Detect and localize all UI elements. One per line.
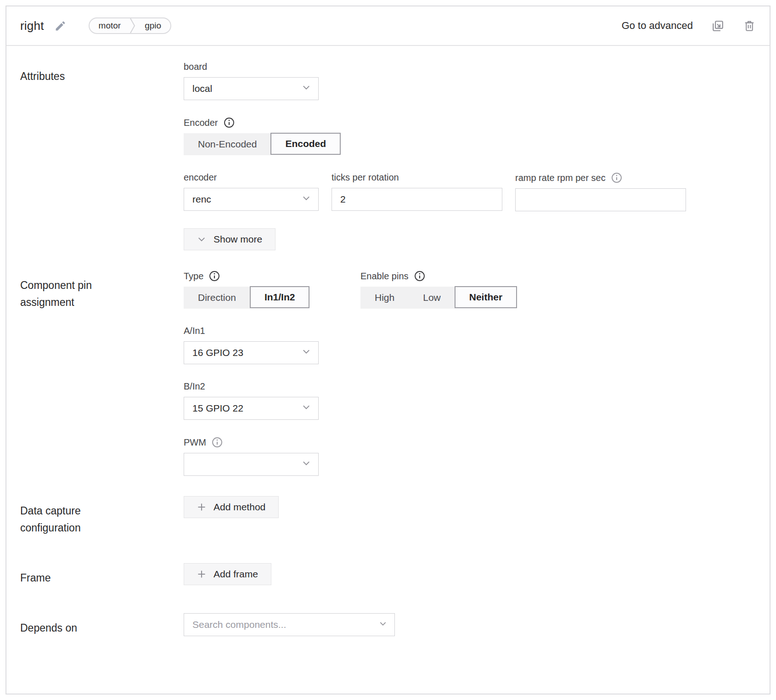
ramp-rate-label: ramp rate rpm per sec — [515, 173, 606, 183]
enable-pins-option-high[interactable]: High — [360, 287, 409, 309]
ticks-field: ticks per rotation — [332, 172, 502, 211]
plus-icon — [197, 502, 206, 512]
data-capture-content: Add method — [184, 496, 756, 536]
encoder-field: encoder renc — [184, 172, 319, 211]
a-in1-select[interactable]: 16 GPIO 23 — [184, 341, 319, 364]
badge-divider-chevron-icon — [130, 18, 135, 33]
chevron-down-icon — [197, 235, 206, 244]
data-capture-section: Data capture configuration Add method — [20, 496, 756, 536]
pin-toggles-row: Type Direction In1/In2 — [184, 271, 756, 309]
pwm-label-row: PWM — [184, 437, 756, 448]
show-more-button[interactable]: Show more — [184, 228, 276, 250]
frame-content: Add frame — [184, 563, 756, 587]
encoder-select[interactable]: renc — [184, 188, 319, 211]
ramp-rate-field: ramp rate rpm per sec — [515, 172, 686, 211]
chevron-down-icon — [302, 459, 311, 470]
info-icon[interactable] — [414, 271, 425, 282]
type-toggle-option-direction[interactable]: Direction — [184, 287, 250, 309]
type-label-row: Type — [184, 271, 360, 282]
pwm-label: PWM — [184, 437, 206, 448]
card-header: right motor gpio Go to advanced — [6, 6, 770, 46]
go-to-advanced-link[interactable]: Go to advanced — [622, 20, 693, 32]
b-in2-select-value: 15 GPIO 22 — [192, 403, 243, 414]
encoder-select-value: renc — [192, 194, 211, 205]
frame-label-col: Frame — [20, 563, 184, 587]
board-select-value: local — [192, 83, 212, 94]
board-label: board — [184, 62, 756, 72]
ticks-input[interactable] — [340, 188, 494, 210]
duplicate-icon — [711, 19, 725, 33]
type-toggle-option-in1in2[interactable]: In1/In2 — [250, 286, 310, 308]
duplicate-button[interactable] — [711, 19, 725, 33]
pwm-field: PWM — [184, 437, 756, 476]
card-body: Attributes board local — [6, 46, 770, 675]
attributes-section: Attributes board local — [20, 62, 756, 250]
enable-pins-label: Enable pins — [360, 271, 409, 282]
component-name: right — [20, 19, 44, 33]
encoder-toggle-label-row: Encoder — [184, 117, 756, 128]
show-more-label: Show more — [214, 234, 262, 245]
encoder-toggle-field: Encoder Non-Encoded Encoded — [184, 117, 756, 155]
enable-pins-label-row: Enable pins — [360, 271, 517, 282]
edit-name-button[interactable] — [54, 20, 67, 32]
component-type-badge: motor gpio — [89, 17, 172, 34]
info-icon[interactable] — [611, 172, 622, 183]
show-more-wrap: Show more — [184, 228, 756, 250]
frame-section: Frame Add frame — [20, 563, 756, 587]
badge-model: gpio — [135, 18, 170, 33]
pin-assignment-section: Component pin assignment Type — [20, 271, 756, 476]
encoder-toggle-option-encoded[interactable]: Encoded — [270, 133, 341, 155]
attributes-section-label-col: Attributes — [20, 62, 184, 250]
ramp-rate-input-wrap — [515, 188, 686, 211]
attributes-content: board local Encoder — [184, 62, 756, 250]
info-icon[interactable] — [212, 437, 223, 448]
plus-icon — [197, 570, 206, 579]
ticks-input-wrap — [332, 188, 502, 211]
data-capture-section-label: Data capture configuration — [20, 502, 128, 536]
pin-assignment-content: Type Direction In1/In2 — [184, 271, 756, 476]
add-frame-label: Add frame — [214, 569, 258, 580]
delete-button[interactable] — [743, 19, 756, 32]
add-method-button[interactable]: Add method — [184, 496, 279, 518]
info-icon[interactable] — [209, 271, 220, 282]
b-in2-select[interactable]: 15 GPIO 22 — [184, 397, 319, 420]
add-frame-button[interactable]: Add frame — [184, 563, 271, 585]
enable-pins-option-neither[interactable]: Neither — [455, 286, 517, 308]
data-capture-label-col: Data capture configuration — [20, 496, 184, 536]
add-method-label: Add method — [214, 502, 265, 513]
attributes-section-label: Attributes — [20, 68, 128, 85]
page: right motor gpio Go to advanced — [0, 0, 776, 700]
chevron-down-icon — [379, 619, 387, 630]
a-in1-select-value: 16 GPIO 23 — [192, 347, 243, 358]
ramp-rate-input[interactable] — [524, 189, 677, 211]
pin-assignment-section-label: Component pin assignment — [20, 277, 128, 311]
pwm-select[interactable] — [184, 453, 319, 476]
enable-pins-option-low[interactable]: Low — [409, 287, 455, 309]
a-in1-field: A/In1 16 GPIO 23 — [184, 326, 756, 364]
info-icon[interactable] — [224, 117, 235, 128]
ramp-rate-label-row: ramp rate rpm per sec — [515, 172, 686, 183]
pencil-icon — [54, 20, 67, 32]
enable-pins-toggle-field: Enable pins High Low Neither — [360, 271, 517, 309]
type-label: Type — [184, 271, 203, 282]
chevron-down-icon — [302, 403, 311, 414]
type-toggle: Direction In1/In2 — [184, 287, 309, 309]
depends-on-section: Depends on — [20, 613, 756, 637]
ticks-label: ticks per rotation — [332, 172, 502, 183]
encoder-toggle: Non-Encoded Encoded — [184, 133, 340, 155]
board-select[interactable]: local — [184, 77, 319, 100]
frame-section-label: Frame — [20, 570, 128, 587]
board-field: board local — [184, 62, 756, 100]
depends-on-content — [184, 613, 756, 637]
depends-on-search-input[interactable] — [192, 614, 386, 636]
header-actions: Go to advanced — [622, 19, 756, 33]
chevron-down-icon — [302, 83, 311, 95]
a-in1-label: A/In1 — [184, 326, 756, 336]
encoder-toggle-option-non-encoded[interactable]: Non-Encoded — [184, 133, 271, 155]
component-config-card: right motor gpio Go to advanced — [6, 6, 770, 694]
depends-on-combobox — [184, 613, 395, 636]
b-in2-label: B/In2 — [184, 381, 756, 392]
depends-on-section-label: Depends on — [20, 620, 128, 637]
badge-type: motor — [90, 18, 130, 33]
pin-assignment-label-col: Component pin assignment — [20, 271, 184, 476]
